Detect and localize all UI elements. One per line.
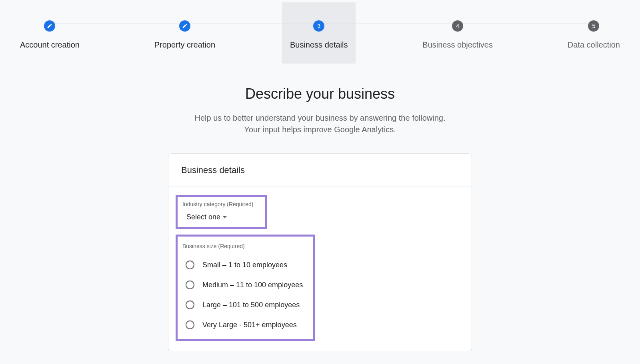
step-circle-done [179,20,190,32]
caret-down-icon [223,216,227,218]
size-name: Large [202,301,221,309]
radio-label: Medium – 11 to 100 employees [202,281,303,289]
step-circle-pending: 5 [588,20,599,32]
radio-label: Small – 1 to 10 employees [202,261,287,269]
step-label: Business details [290,40,348,50]
pencil-icon [182,23,188,29]
page-subtext: Help us to better understand your busine… [0,112,640,135]
size-name: Medium [202,281,228,289]
business-size-field: Business size (Required) Small – 1 to 10… [176,235,315,341]
step-number: 5 [592,23,595,29]
industry-label: Industry category (Required) [182,201,260,207]
stepper: Account creation Property creation 3 Bus… [0,0,640,64]
size-option-small[interactable]: Small – 1 to 10 employees [179,255,309,275]
page-heading: Describe your business [0,86,640,102]
industry-category-field: Industry category (Required) Select one [176,195,267,229]
size-name: Small [202,261,220,269]
industry-select-text: Select one [186,213,220,221]
radio-label: Large – 101 to 500 employees [202,301,300,309]
step-label: Business objectives [422,40,493,50]
business-details-card: Business details Industry category (Requ… [168,153,472,351]
step-business-details[interactable]: 3 Business details [282,2,356,64]
step-number: 4 [456,23,459,29]
radio-label: Very Large - 501+ employees [202,321,297,329]
size-option-large[interactable]: Large – 101 to 500 employees [179,295,309,315]
size-desc: - 501+ employees [237,321,297,329]
step-business-objectives[interactable]: 4 Business objectives [414,2,501,64]
size-option-medium[interactable]: Medium – 11 to 100 employees [179,275,309,295]
step-label: Account creation [20,40,80,50]
radio-icon [186,320,194,329]
radio-icon [186,280,194,289]
radio-icon [186,300,194,309]
step-number: 3 [317,23,320,29]
radio-icon [186,261,194,269]
size-name: Very Large [202,321,237,329]
step-label: Property creation [154,40,215,50]
step-property-creation[interactable]: Property creation [146,2,223,64]
step-account-creation[interactable]: Account creation [12,2,88,64]
pencil-icon [47,23,52,29]
card-body: Industry category (Required) Select one … [168,187,472,351]
size-desc: – 1 to 10 employees [220,261,287,269]
size-label: Business size (Required) [179,241,309,249]
card-title: Business details [168,154,472,187]
step-circle-active: 3 [313,20,324,32]
step-data-collection[interactable]: 5 Data collection [560,2,628,64]
step-circle-done [44,20,55,32]
size-desc: – 11 to 100 employees [228,281,303,289]
subtext-line1: Help us to better understand your busine… [0,112,640,124]
subtext-line2: Your input helps improve Google Analytic… [0,124,640,135]
step-circle-pending: 4 [452,20,463,32]
industry-select[interactable]: Select one [182,213,260,221]
step-label: Data collection [568,40,620,50]
size-desc: – 101 to 500 employees [221,301,300,309]
size-option-very-large[interactable]: Very Large - 501+ employees [179,315,309,335]
